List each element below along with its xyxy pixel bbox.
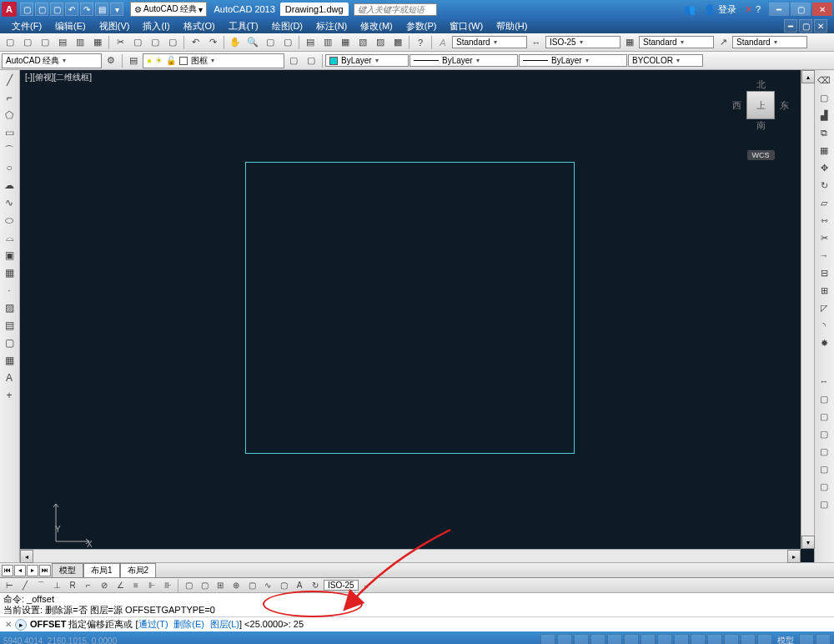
fillet-icon[interactable]: ◝	[815, 317, 833, 334]
properties-icon[interactable]: ▤	[302, 35, 319, 50]
dim-linear-icon[interactable]: ⊢	[2, 579, 17, 592]
pan-icon[interactable]: ✋	[227, 35, 244, 50]
circle-icon[interactable]: ○	[0, 159, 18, 176]
cmd-opt-layer[interactable]: 图层(L)	[210, 619, 239, 629]
layer-dropdown[interactable]: ● ☀ 🔓 图框 ▾	[143, 53, 284, 68]
jog-linear-icon[interactable]: ∿	[260, 579, 275, 592]
menu-help[interactable]: 帮助(H)	[491, 19, 532, 33]
tab-layout2[interactable]: 布局2	[120, 563, 157, 577]
line-icon[interactable]: ╱	[0, 72, 18, 88]
pedit-icon[interactable]: ▢	[815, 478, 833, 495]
sb-extra-1[interactable]	[799, 634, 814, 644]
rotate-icon[interactable]: ↻	[815, 177, 833, 194]
redo-icon[interactable]: ↷	[80, 3, 93, 16]
plot-icon[interactable]: ▤	[54, 35, 71, 50]
zoom-window-icon[interactable]: ▢	[262, 35, 279, 50]
save-icon[interactable]: ▢	[50, 3, 63, 16]
calc-icon[interactable]: ▩	[389, 35, 406, 50]
tab-last-icon[interactable]: ⏭	[39, 565, 51, 576]
scale-icon[interactable]: ▱	[815, 194, 833, 211]
minimize-button[interactable]: ━	[769, 3, 789, 16]
open-file-icon[interactable]: ▢	[19, 35, 36, 50]
gradient-icon[interactable]: ▤	[0, 317, 18, 334]
signin-icon[interactable]: 👤 登录	[699, 3, 741, 17]
ortho-icon[interactable]	[574, 634, 589, 644]
drawing-canvas[interactable]: [-][俯视][二维线框] Y X 北 西 上 东 南 WCS ▴ ▾ ◂ ▸	[20, 70, 814, 562]
tab-layout1[interactable]: 布局1	[83, 563, 120, 577]
help-icon[interactable]: ?	[412, 35, 429, 50]
dim-aligned-icon[interactable]: ╱	[18, 579, 33, 592]
break-icon[interactable]: ⊟	[815, 264, 833, 281]
dim-space-icon[interactable]: ▢	[181, 579, 196, 592]
viewcube-north[interactable]: 北	[732, 78, 789, 91]
design-center-icon[interactable]: ▥	[319, 35, 336, 50]
new-icon[interactable]: ▢	[20, 3, 33, 16]
ungroup-icon[interactable]: ▢	[815, 460, 833, 477]
polyline-icon[interactable]: ⌐	[0, 89, 18, 106]
arc-icon[interactable]: ⌒	[0, 142, 18, 158]
sc-icon[interactable]	[741, 634, 756, 644]
menu-format[interactable]: 格式(O)	[178, 19, 220, 33]
mirror-icon[interactable]: ▟	[815, 107, 833, 123]
viewcube-south[interactable]: 南	[732, 119, 789, 132]
dim-jog-icon[interactable]: ⌐	[81, 579, 96, 592]
new-file-icon[interactable]: ▢	[2, 35, 18, 50]
measuregeom-icon[interactable]: ▢	[815, 390, 833, 407]
close-button[interactable]: ✕	[812, 3, 832, 16]
osnap-icon[interactable]	[607, 634, 622, 644]
viewcube-east[interactable]: 东	[780, 99, 789, 112]
undo-icon[interactable]: ↶	[187, 35, 203, 50]
print-icon[interactable]: ▤	[95, 3, 108, 16]
tab-model[interactable]: 模型	[52, 563, 83, 577]
rectangle-icon[interactable]: ▭	[0, 124, 18, 141]
polar-icon[interactable]	[590, 634, 605, 644]
center-mark-icon[interactable]: ⊕	[229, 579, 244, 592]
sb-extra-2[interactable]	[816, 634, 831, 644]
revcloud-icon[interactable]: ☁	[0, 177, 18, 194]
explode-icon[interactable]: ✸	[815, 335, 833, 351]
qp-icon[interactable]	[724, 634, 739, 644]
horizontal-scrollbar[interactable]: ◂ ▸	[20, 549, 801, 562]
dim-quick-icon[interactable]: ≡	[128, 579, 143, 592]
match-icon[interactable]: ▢	[164, 35, 181, 50]
preview-icon[interactable]: ▥	[72, 35, 88, 50]
dim-diameter-icon[interactable]: ⊘	[97, 579, 112, 592]
maximize-button[interactable]: ▢	[791, 3, 811, 16]
cmd-opt-through[interactable]: 通过(T)	[138, 619, 168, 629]
tab-prev-icon[interactable]: ◂	[14, 565, 26, 576]
spline-icon[interactable]: ∿	[0, 194, 18, 211]
region-icon[interactable]: ▢	[0, 335, 18, 351]
ducs-icon[interactable]	[657, 634, 672, 644]
hatch-icon[interactable]: ▨	[0, 299, 18, 316]
dim-style-dropdown[interactable]: ISO-25▾	[545, 36, 620, 48]
mleader-style-icon[interactable]: ↗	[715, 35, 731, 50]
dim-style-mgr-icon[interactable]: ↙	[359, 579, 374, 592]
text-style-dropdown[interactable]: Standard▾	[452, 36, 527, 48]
model-space-btn[interactable]: 模型	[777, 635, 794, 644]
ellipse-arc-icon[interactable]: ⌓	[0, 229, 18, 246]
3dosnap-icon[interactable]	[624, 634, 639, 644]
array-icon[interactable]: ▦	[815, 142, 833, 158]
copy-icon[interactable]: ▢	[129, 35, 146, 50]
doc-minimize-button[interactable]: ━	[784, 19, 797, 33]
offset-icon[interactable]: ⧉	[815, 124, 833, 141]
viewcube[interactable]: 北 西 上 东 南 WCS	[732, 78, 789, 160]
menu-window[interactable]: 窗口(W)	[445, 19, 488, 33]
paste-icon[interactable]: ▢	[147, 35, 163, 50]
document-tab[interactable]: Drawing1.dwg	[280, 3, 349, 16]
tolerance-icon[interactable]: ⊞	[213, 579, 228, 592]
mtext-icon[interactable]: A	[0, 370, 18, 386]
scroll-left-icon[interactable]: ◂	[20, 550, 33, 563]
trim-icon[interactable]: ✂	[815, 229, 833, 246]
dim-update-icon[interactable]: ↻	[308, 579, 323, 592]
scroll-right-icon[interactable]: ▸	[787, 550, 801, 563]
table-style-icon[interactable]: ▦	[621, 35, 638, 50]
save-file-icon[interactable]: ▢	[37, 35, 53, 50]
dyn-icon[interactable]	[674, 634, 689, 644]
coordinates[interactable]: 5940.4014, 2160.1015, 0.0000	[3, 636, 117, 645]
viewcube-west[interactable]: 西	[732, 99, 741, 112]
chamfer-icon[interactable]: ◸	[815, 299, 833, 316]
workspace-dropdown[interactable]: AutoCAD 经典▾	[2, 53, 102, 68]
menu-view[interactable]: 视图(V)	[94, 19, 135, 33]
viewcube-wcs[interactable]: WCS	[747, 150, 775, 160]
